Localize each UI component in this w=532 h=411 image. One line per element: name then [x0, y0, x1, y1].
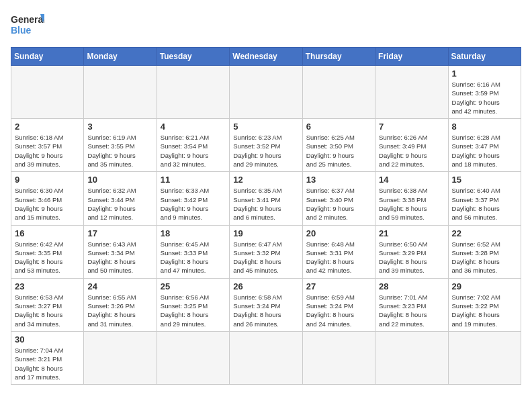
calendar-cell: 2Sunrise: 6:18 AM Sunset: 3:57 PM Daylig…	[11, 119, 84, 172]
week-row-5: 30Sunrise: 7:04 AM Sunset: 3:21 PM Dayli…	[11, 331, 521, 384]
calendar-cell	[448, 331, 521, 384]
svg-text:General: General	[11, 14, 44, 25]
week-row-0: 1Sunrise: 6:16 AM Sunset: 3:59 PM Daylig…	[11, 66, 521, 119]
day-number: 24	[87, 281, 152, 291]
day-info: Sunrise: 7:04 AM Sunset: 3:21 PM Dayligh…	[15, 346, 80, 381]
day-info: Sunrise: 6:25 AM Sunset: 3:50 PM Dayligh…	[306, 133, 371, 169]
day-number: 14	[379, 175, 444, 185]
calendar-cell: 23Sunrise: 6:53 AM Sunset: 3:27 PM Dayli…	[11, 278, 84, 331]
weekday-header-thursday: Thursday	[302, 48, 375, 66]
day-info: Sunrise: 6:30 AM Sunset: 3:46 PM Dayligh…	[15, 186, 80, 222]
calendar-cell: 27Sunrise: 6:59 AM Sunset: 3:24 PM Dayli…	[302, 278, 375, 331]
calendar-cell: 5Sunrise: 6:23 AM Sunset: 3:52 PM Daylig…	[230, 119, 302, 172]
day-number: 8	[452, 122, 517, 132]
day-info: Sunrise: 6:38 AM Sunset: 3:38 PM Dayligh…	[379, 186, 444, 222]
day-info: Sunrise: 6:52 AM Sunset: 3:28 PM Dayligh…	[452, 240, 517, 275]
day-number: 5	[233, 122, 298, 132]
day-number: 2	[15, 122, 80, 132]
day-info: Sunrise: 6:47 AM Sunset: 3:32 PM Dayligh…	[233, 240, 298, 275]
day-number: 3	[87, 122, 152, 132]
day-info: Sunrise: 6:21 AM Sunset: 3:54 PM Dayligh…	[161, 133, 226, 169]
calendar-cell: 11Sunrise: 6:33 AM Sunset: 3:42 PM Dayli…	[157, 172, 229, 225]
day-info: Sunrise: 6:58 AM Sunset: 3:24 PM Dayligh…	[233, 293, 298, 328]
calendar-cell: 20Sunrise: 6:48 AM Sunset: 3:31 PM Dayli…	[302, 225, 375, 278]
weekday-header-tuesday: Tuesday	[157, 48, 229, 66]
calendar-cell: 8Sunrise: 6:28 AM Sunset: 3:47 PM Daylig…	[448, 119, 521, 172]
calendar-cell	[84, 331, 157, 384]
calendar-cell	[157, 66, 229, 119]
day-info: Sunrise: 6:16 AM Sunset: 3:59 PM Dayligh…	[452, 80, 517, 116]
day-number: 9	[15, 175, 80, 185]
day-info: Sunrise: 6:48 AM Sunset: 3:31 PM Dayligh…	[306, 240, 371, 275]
calendar-cell: 3Sunrise: 6:19 AM Sunset: 3:55 PM Daylig…	[84, 119, 157, 172]
calendar-cell: 21Sunrise: 6:50 AM Sunset: 3:29 PM Dayli…	[375, 225, 448, 278]
day-number: 17	[87, 228, 152, 238]
day-info: Sunrise: 6:35 AM Sunset: 3:41 PM Dayligh…	[233, 186, 298, 222]
day-number: 11	[161, 175, 226, 185]
day-info: Sunrise: 6:56 AM Sunset: 3:25 PM Dayligh…	[161, 293, 226, 328]
calendar-cell: 4Sunrise: 6:21 AM Sunset: 3:54 PM Daylig…	[157, 119, 229, 172]
calendar-cell: 6Sunrise: 6:25 AM Sunset: 3:50 PM Daylig…	[302, 119, 375, 172]
day-info: Sunrise: 6:23 AM Sunset: 3:52 PM Dayligh…	[233, 133, 298, 169]
day-number: 18	[161, 228, 226, 238]
logo-svg: General Blue	[11, 11, 44, 39]
calendar-cell	[302, 66, 375, 119]
day-number: 4	[161, 122, 226, 132]
day-info: Sunrise: 6:59 AM Sunset: 3:24 PM Dayligh…	[306, 293, 371, 328]
day-number: 23	[15, 281, 80, 291]
day-number: 26	[233, 281, 298, 291]
day-number: 6	[306, 122, 371, 132]
calendar-cell: 18Sunrise: 6:45 AM Sunset: 3:33 PM Dayli…	[157, 225, 229, 278]
day-number: 20	[306, 228, 371, 238]
calendar-cell: 14Sunrise: 6:38 AM Sunset: 3:38 PM Dayli…	[375, 172, 448, 225]
calendar-cell: 29Sunrise: 7:02 AM Sunset: 3:22 PM Dayli…	[448, 278, 521, 331]
day-number: 28	[379, 281, 444, 291]
calendar-cell: 1Sunrise: 6:16 AM Sunset: 3:59 PM Daylig…	[448, 66, 521, 119]
calendar-cell: 12Sunrise: 6:35 AM Sunset: 3:41 PM Dayli…	[230, 172, 302, 225]
day-number: 27	[306, 281, 371, 291]
weekday-header-saturday: Saturday	[448, 48, 521, 66]
day-number: 22	[452, 228, 517, 238]
calendar-cell: 22Sunrise: 6:52 AM Sunset: 3:28 PM Dayli…	[448, 225, 521, 278]
calendar: SundayMondayTuesdayWednesdayThursdayFrid…	[11, 47, 521, 385]
day-info: Sunrise: 6:43 AM Sunset: 3:34 PM Dayligh…	[87, 240, 152, 275]
week-row-4: 23Sunrise: 6:53 AM Sunset: 3:27 PM Dayli…	[11, 278, 521, 331]
calendar-cell	[230, 331, 302, 384]
day-number: 25	[161, 281, 226, 291]
day-info: Sunrise: 6:55 AM Sunset: 3:26 PM Dayligh…	[87, 293, 152, 328]
day-number: 30	[15, 334, 80, 345]
day-info: Sunrise: 6:28 AM Sunset: 3:47 PM Dayligh…	[452, 133, 517, 169]
calendar-cell: 26Sunrise: 6:58 AM Sunset: 3:24 PM Dayli…	[230, 278, 302, 331]
day-number: 12	[233, 175, 298, 185]
day-info: Sunrise: 6:19 AM Sunset: 3:55 PM Dayligh…	[87, 133, 152, 169]
day-info: Sunrise: 6:53 AM Sunset: 3:27 PM Dayligh…	[15, 293, 80, 328]
day-info: Sunrise: 6:18 AM Sunset: 3:57 PM Dayligh…	[15, 133, 80, 169]
calendar-cell: 30Sunrise: 7:04 AM Sunset: 3:21 PM Dayli…	[11, 331, 84, 384]
week-row-1: 2Sunrise: 6:18 AM Sunset: 3:57 PM Daylig…	[11, 119, 521, 172]
header: General Blue	[11, 11, 521, 39]
calendar-cell	[375, 331, 448, 384]
day-number: 10	[87, 175, 152, 185]
calendar-cell	[230, 66, 302, 119]
calendar-cell: 10Sunrise: 6:32 AM Sunset: 3:44 PM Dayli…	[84, 172, 157, 225]
day-info: Sunrise: 6:50 AM Sunset: 3:29 PM Dayligh…	[379, 240, 444, 275]
calendar-cell	[84, 66, 157, 119]
day-number: 7	[379, 122, 444, 132]
calendar-cell: 9Sunrise: 6:30 AM Sunset: 3:46 PM Daylig…	[11, 172, 84, 225]
svg-text:Blue: Blue	[11, 25, 32, 36]
calendar-cell: 24Sunrise: 6:55 AM Sunset: 3:26 PM Dayli…	[84, 278, 157, 331]
day-number: 16	[15, 228, 80, 238]
day-number: 15	[452, 175, 517, 185]
weekday-header-friday: Friday	[375, 48, 448, 66]
calendar-cell	[302, 331, 375, 384]
calendar-cell	[157, 331, 229, 384]
calendar-cell: 25Sunrise: 6:56 AM Sunset: 3:25 PM Dayli…	[157, 278, 229, 331]
day-info: Sunrise: 6:33 AM Sunset: 3:42 PM Dayligh…	[161, 186, 226, 222]
calendar-cell: 7Sunrise: 6:26 AM Sunset: 3:49 PM Daylig…	[375, 119, 448, 172]
day-number: 1	[452, 68, 517, 79]
day-info: Sunrise: 6:40 AM Sunset: 3:37 PM Dayligh…	[452, 186, 517, 222]
day-info: Sunrise: 6:26 AM Sunset: 3:49 PM Dayligh…	[379, 133, 444, 169]
day-info: Sunrise: 6:45 AM Sunset: 3:33 PM Dayligh…	[161, 240, 226, 275]
calendar-cell: 13Sunrise: 6:37 AM Sunset: 3:40 PM Dayli…	[302, 172, 375, 225]
weekday-header-monday: Monday	[84, 48, 157, 66]
